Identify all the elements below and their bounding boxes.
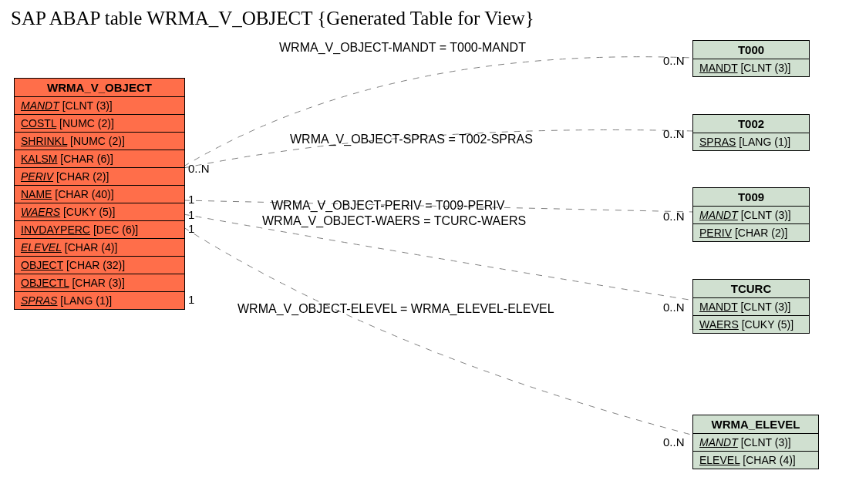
entity-header: T009 xyxy=(693,188,809,207)
card-r-t002: 0..N xyxy=(663,127,685,140)
relation-spras: WRMA_V_OBJECT-SPRAS = T002-SPRAS xyxy=(290,133,533,146)
entity-header: T002 xyxy=(693,115,809,133)
entity-header: T000 xyxy=(693,41,809,59)
field-invdayperc: INVDAYPERC [DEC (6)] xyxy=(15,221,184,239)
field-periv: PERIV [CHAR (2)] xyxy=(693,224,809,241)
field-mandt: MANDT [CLNT (3)] xyxy=(693,59,809,76)
card-r-wrma-elevel: 0..N xyxy=(663,435,685,449)
entity-wrma-elevel: WRMA_ELEVEL MANDT [CLNT (3)] ELEVEL [CHA… xyxy=(692,415,819,469)
entity-header: WRMA_ELEVEL xyxy=(693,415,818,434)
field-spras: SPRAS [LANG (1)] xyxy=(693,133,809,150)
field-waers: WAERS [CUKY (5)] xyxy=(15,203,184,221)
entity-t000: T000 MANDT [CLNT (3)] xyxy=(692,40,810,77)
field-mandt: MANDT [CLNT (3)] xyxy=(693,298,809,316)
field-elevel: ELEVEL [CHAR (4)] xyxy=(693,452,818,469)
entity-tcurc: TCURC MANDT [CLNT (3)] WAERS [CUKY (5)] xyxy=(692,279,810,334)
entity-wrma-v-object: WRMA_V_OBJECT MANDT [CLNT (3)] COSTL [NU… xyxy=(14,78,185,310)
field-objectl: OBJECTL [CHAR (3)] xyxy=(15,274,184,292)
page-title: SAP ABAP table WRMA_V_OBJECT {Generated … xyxy=(11,8,534,29)
entity-t009: T009 MANDT [CLNT (3)] PERIV [CHAR (2)] xyxy=(692,187,810,242)
card-left-1a: 1 xyxy=(188,193,194,206)
card-left-1d: 1 xyxy=(188,293,194,306)
field-costl: COSTL [NUMC (2)] xyxy=(15,115,184,133)
relation-elevel: WRMA_V_OBJECT-ELEVEL = WRMA_ELEVEL-ELEVE… xyxy=(238,302,554,316)
field-waers: WAERS [CUKY (5)] xyxy=(693,316,809,333)
card-r-t000: 0..N xyxy=(663,54,685,67)
relation-waers: WRMA_V_OBJECT-WAERS = TCURC-WAERS xyxy=(262,214,526,228)
entity-header: WRMA_V_OBJECT xyxy=(15,79,184,97)
entity-t002: T002 SPRAS [LANG (1)] xyxy=(692,114,810,151)
field-mandt: MANDT [CLNT (3)] xyxy=(15,97,184,115)
field-spras: SPRAS [LANG (1)] xyxy=(15,292,184,309)
card-left-1b: 1 xyxy=(188,208,194,221)
field-mandt: MANDT [CLNT (3)] xyxy=(693,434,818,452)
card-r-tcurc: 0..N xyxy=(663,301,685,314)
field-elevel: ELEVEL [CHAR (4)] xyxy=(15,239,184,257)
entity-header: TCURC xyxy=(693,280,809,298)
relation-mandt: WRMA_V_OBJECT-MANDT = T000-MANDT xyxy=(279,41,526,55)
field-mandt: MANDT [CLNT (3)] xyxy=(693,207,809,224)
field-shrinkl: SHRINKL [NUMC (2)] xyxy=(15,133,184,150)
field-kalsm: KALSM [CHAR (6)] xyxy=(15,150,184,168)
relation-periv: WRMA_V_OBJECT-PERIV = T009-PERIV xyxy=(271,199,504,213)
field-periv: PERIV [CHAR (2)] xyxy=(15,168,184,186)
card-left-1c: 1 xyxy=(188,222,194,235)
field-name: NAME [CHAR (40)] xyxy=(15,186,184,203)
card-r-t009: 0..N xyxy=(663,210,685,223)
field-object: OBJECT [CHAR (32)] xyxy=(15,257,184,274)
card-left-top: 0..N xyxy=(188,162,210,175)
